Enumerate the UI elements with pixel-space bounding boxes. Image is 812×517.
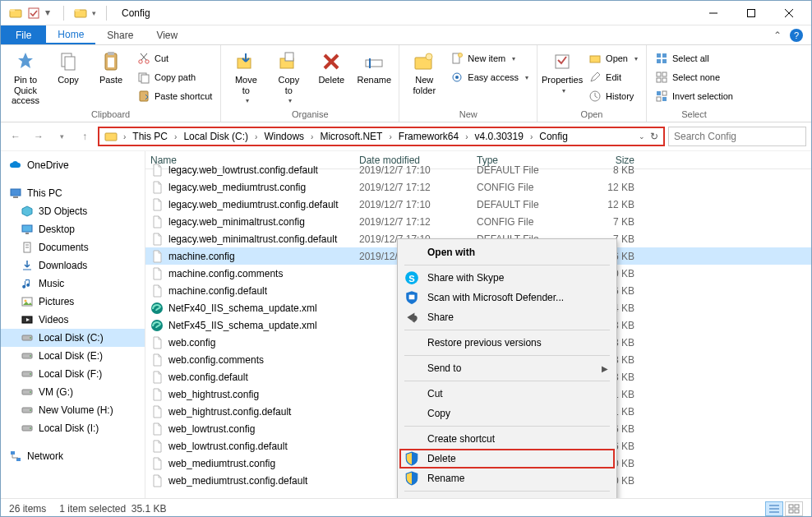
rename-button[interactable]: Rename: [354, 48, 394, 85]
copy-path-icon: [137, 71, 150, 84]
file-name: machine.config.comments: [168, 268, 283, 279]
ctx-open-with[interactable]: Open with: [399, 242, 615, 262]
chevron-right-icon[interactable]: ›: [386, 132, 394, 141]
svg-rect-37: [657, 53, 661, 58]
ctx-properties[interactable]: Properties: [399, 494, 615, 498]
nav-item[interactable]: Videos: [1, 311, 145, 329]
move-to-button[interactable]: Move to: [226, 48, 265, 104]
qat-dropdown-icon[interactable]: ▾: [45, 7, 53, 20]
view-large-icons-button[interactable]: [785, 501, 803, 516]
copy-path-button[interactable]: Copy path: [134, 69, 215, 85]
nav-recent-button[interactable]: ▾: [52, 127, 72, 146]
pin-to-quick-access-button[interactable]: Pin to Quick access: [6, 48, 45, 106]
nav-item[interactable]: Downloads: [1, 256, 145, 275]
ctx-defender[interactable]: Scan with Microsoft Defender...: [399, 288, 615, 307]
select-none-button[interactable]: Select none: [652, 69, 736, 85]
svg-point-70: [30, 409, 31, 411]
nav-item[interactable]: Local Disk (C:): [1, 329, 145, 347]
paste-button[interactable]: Paste: [91, 48, 131, 85]
nav-back-button[interactable]: ←: [6, 127, 25, 146]
moveto-icon: [234, 50, 257, 73]
file-icon: [150, 302, 164, 315]
chevron-right-icon[interactable]: ›: [252, 132, 260, 141]
ctx-rename[interactable]: Rename: [399, 469, 615, 488]
breadcrumb-item[interactable]: Framework64: [394, 131, 463, 142]
new-item-button[interactable]: New item: [447, 50, 532, 67]
nav-item[interactable]: Pictures: [1, 293, 145, 311]
nav-item[interactable]: New Volume (H:): [1, 401, 145, 419]
file-icon: [150, 336, 164, 349]
cut-button[interactable]: Cut: [134, 50, 215, 67]
nav-item[interactable]: Music: [1, 275, 145, 293]
nav-up-button[interactable]: ↑: [75, 127, 95, 146]
file-icon: [150, 422, 164, 436]
refresh-icon[interactable]: ↻: [650, 131, 658, 142]
tab-file[interactable]: File: [1, 25, 46, 44]
maximize-button[interactable]: [732, 1, 770, 25]
search-input[interactable]: [668, 127, 806, 146]
copy-to-button[interactable]: Copy to: [269, 48, 308, 104]
qat-chevron-icon[interactable]: ▾: [92, 9, 96, 17]
nav-item[interactable]: 3D Objects: [1, 202, 145, 220]
tab-share[interactable]: Share: [95, 25, 145, 44]
tab-view[interactable]: View: [145, 25, 189, 44]
copy-button[interactable]: Copy: [48, 48, 88, 85]
ctx-create-shortcut[interactable]: Create shortcut: [399, 429, 615, 449]
nav-item-icon: [21, 367, 34, 381]
ctx-skype[interactable]: SShare with Skype: [399, 268, 615, 288]
breadcrumb-item[interactable]: Microsoft.NET: [316, 131, 386, 142]
history-button[interactable]: History: [585, 88, 641, 104]
chevron-right-icon[interactable]: ›: [528, 132, 535, 141]
nav-item[interactable]: Local Disk (I:): [1, 419, 145, 437]
tab-home[interactable]: Home: [46, 25, 95, 44]
nav-this-pc[interactable]: This PC: [1, 184, 145, 202]
file-row[interactable]: legacy.web_minimaltrust.config2019/12/7 …: [145, 213, 811, 230]
chevron-right-icon[interactable]: ›: [172, 132, 179, 141]
ctx-restore[interactable]: Restore previous versions: [399, 333, 615, 353]
open-button[interactable]: Open: [585, 50, 641, 67]
properties-qat-icon[interactable]: [27, 7, 40, 20]
nav-item[interactable]: Desktop: [1, 220, 145, 238]
collapse-ribbon-icon[interactable]: ⌃: [773, 30, 782, 41]
file-row[interactable]: legacy.web_lowtrust.config.default2019/1…: [145, 161, 811, 178]
nav-onedrive[interactable]: OneDrive: [1, 156, 145, 174]
nav-item-icon: [21, 331, 34, 344]
close-button[interactable]: [770, 1, 808, 25]
invert-selection-button[interactable]: Invert selection: [652, 88, 736, 104]
file-row[interactable]: legacy.web_mediumtrust.config.default201…: [145, 196, 811, 213]
properties-button[interactable]: Properties: [542, 48, 582, 95]
breadcrumb-item[interactable]: v4.0.30319: [471, 131, 528, 142]
ctx-copy[interactable]: Copy: [399, 404, 615, 423]
nav-forward-button[interactable]: →: [29, 127, 48, 146]
file-row[interactable]: legacy.web_mediumtrust.config2019/12/7 1…: [145, 178, 811, 196]
breadcrumb-item[interactable]: Local Disk (C:): [179, 131, 252, 142]
file-name: NetFx40_IIS_schema_update.xml: [168, 302, 317, 314]
new-folder-button[interactable]: New folder: [404, 48, 444, 95]
file-name: legacy.web_minimaltrust.config: [168, 216, 305, 228]
delete-button[interactable]: Delete: [311, 48, 351, 85]
help-icon[interactable]: ?: [790, 29, 803, 42]
select-all-button[interactable]: Select all: [652, 50, 736, 67]
easy-access-button[interactable]: Easy access: [447, 69, 532, 85]
nav-item[interactable]: Documents: [1, 238, 145, 256]
address-bar: ← → ▾ ↑ › This PC›Local Disk (C:)›Window…: [1, 122, 811, 151]
view-details-button[interactable]: [765, 501, 783, 516]
paste-shortcut-button[interactable]: Paste shortcut: [134, 88, 215, 104]
edit-button[interactable]: Edit: [585, 69, 641, 85]
file-size: 12 KB: [575, 182, 646, 193]
breadcrumb-item[interactable]: Windows: [260, 131, 308, 142]
nav-item[interactable]: Local Disk (F:): [1, 365, 145, 383]
breadcrumb-bar[interactable]: › This PC›Local Disk (C:)›Windows›Micros…: [98, 127, 665, 146]
ctx-send-to[interactable]: Send to▶: [399, 358, 615, 378]
ctx-delete[interactable]: Delete: [399, 449, 615, 469]
breadcrumb-item[interactable]: Config: [535, 131, 572, 142]
ctx-cut[interactable]: Cut: [399, 384, 615, 404]
ctx-share[interactable]: Share: [399, 307, 615, 327]
nav-item[interactable]: VM (G:): [1, 383, 145, 401]
chevron-right-icon[interactable]: ›: [463, 132, 470, 141]
minimize-button[interactable]: [694, 1, 732, 25]
nav-item[interactable]: Local Disk (E:): [1, 347, 145, 365]
nav-network[interactable]: Network: [1, 447, 145, 465]
svg-line-16: [141, 53, 147, 60]
breadcrumb-item[interactable]: This PC: [128, 131, 172, 142]
